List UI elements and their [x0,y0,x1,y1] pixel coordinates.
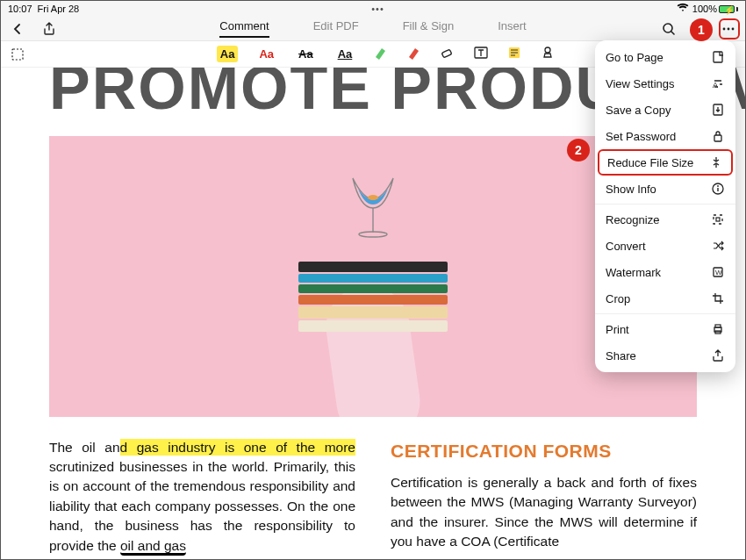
textbox-tool[interactable] [473,45,489,64]
underline-tool[interactable]: Aa [334,46,356,62]
mode-tabs: Comment Edit PDF Fill & Sign Insert [150,19,596,38]
date: Fri Apr 28 [38,4,80,14]
menu-item-print[interactable]: Print [595,316,735,342]
callout-badge-1: 1 [690,18,713,41]
clock: 10:07 [8,4,32,14]
marker-red-tool[interactable] [406,45,422,64]
search-button[interactable] [661,21,677,37]
svg-rect-16 [714,52,722,62]
note-tool[interactable] [506,45,522,64]
highlight-tool[interactable]: Aa [217,46,239,62]
section-heading: CERTIFICATION FORMS [391,438,697,464]
svg-point-12 [545,47,550,53]
watermark-icon: W [711,265,725,279]
status-bar: 10:07 Fri Apr 28 ••• 100% ⚡ [1,1,745,17]
print-icon [711,322,725,336]
highlighted-text: d gas industry is one of the more [120,439,355,456]
share-button[interactable] [41,21,57,37]
callout-outline-more [719,18,740,39]
lock-icon [711,129,725,143]
battery-pct: 100% [692,4,717,14]
tab-insert[interactable]: Insert [498,19,527,38]
svg-rect-9 [441,49,452,58]
menu-item-watermark[interactable]: WatermarkW [595,259,735,285]
menu-item-crop[interactable]: Crop [595,285,735,312]
tab-edit-pdf[interactable]: Edit PDF [313,19,359,38]
tab-fill-sign[interactable]: Fill & Sign [403,19,455,38]
eraser-tool[interactable] [440,45,455,64]
strikeout-tool[interactable]: Aa [295,46,317,62]
inked-text: oil and gas [120,538,186,556]
scan-icon [711,212,725,226]
svg-text:W: W [715,269,722,276]
menu-item-convert[interactable]: Convert [595,233,735,259]
main-toolbar: Comment Edit PDF Fill & Sign Insert [1,17,745,41]
svg-rect-27 [715,325,721,327]
more-menu: Go to PageView SettingsASave a CopySet P… [595,40,735,372]
svg-point-13 [368,195,378,200]
shuffle-icon [711,239,725,253]
menu-item-go-to-page[interactable]: Go to Page [595,44,735,70]
svg-rect-22 [714,215,722,224]
tab-comment[interactable]: Comment [219,19,269,38]
page-icon [711,50,725,64]
crop-icon [711,291,725,305]
back-button[interactable] [10,21,25,37]
info-icon [711,182,725,196]
svg-rect-23 [716,218,720,221]
battery-indicator: 100% ⚡ [692,4,738,14]
marker-green-tool[interactable] [373,45,389,64]
compress-icon [709,155,723,169]
svg-rect-19 [714,135,721,141]
menu-item-recognize[interactable]: Recognize [595,206,735,233]
menu-item-share[interactable]: Share [595,342,735,369]
save-icon [711,103,725,117]
svg-text:A: A [713,81,718,90]
menu-item-show-info[interactable]: Show Info [595,176,735,202]
menu-item-view-settings[interactable]: View SettingsA [595,70,735,97]
svg-rect-8 [12,49,23,60]
wifi-icon [677,4,689,14]
menu-item-save-a-copy[interactable]: Save a Copy [595,97,735,123]
dynamic-island: ••• [79,4,677,14]
svg-point-21 [717,185,719,187]
callout-badge-2: 2 [567,139,590,162]
menu-item-set-password[interactable]: Set Password [595,123,735,149]
column-left: The oil and gas industry is one of the m… [49,438,355,556]
squiggly-tool[interactable]: Aa [255,46,277,62]
select-tool[interactable] [10,47,25,62]
text-icon: A [711,76,725,90]
stamp-tool[interactable] [540,45,556,64]
share-icon [711,348,725,363]
menu-item-reduce-file-size[interactable]: Reduce File Size [598,149,733,176]
column-right: CERTIFICATION FORMS Certification is gen… [391,438,697,556]
